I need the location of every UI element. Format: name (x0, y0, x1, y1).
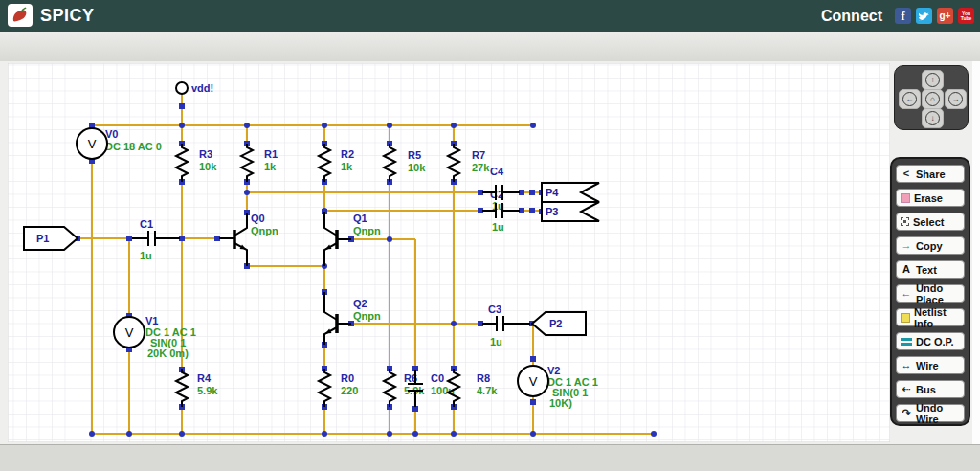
undo-place-icon (901, 288, 912, 299)
r5-value: 10k (408, 162, 426, 173)
c3-value: 1u (490, 336, 502, 348)
r1-value: 1k (264, 161, 277, 172)
tool-palette: Share Erase Select Copy Text Undo Place … (890, 157, 970, 426)
c2-value: 1u (492, 221, 504, 233)
youtube-icon[interactable] (958, 8, 974, 24)
bus-icon (901, 384, 912, 394)
v2-value-3: 10K) (549, 397, 572, 409)
header-bar: SPICY Connect (0, 0, 980, 32)
v0-symbol: V (88, 137, 97, 151)
v1-name: V1 (145, 315, 158, 326)
v2-symbol: V (529, 374, 538, 389)
arrow-down-icon (925, 111, 940, 125)
p4-label: P4 (546, 187, 559, 198)
wire-button[interactable]: Wire (896, 356, 965, 374)
scroll-strip[interactable] (972, 61, 980, 444)
pan-right-button[interactable] (945, 89, 967, 109)
r0-name: R0 (341, 372, 354, 384)
r5-name: R5 (408, 149, 421, 161)
pan-left-button[interactable] (899, 89, 921, 109)
facebook-icon[interactable] (895, 8, 911, 24)
c3-name: C3 (488, 303, 501, 315)
p1-label: P1 (36, 233, 49, 244)
p2-label: P2 (549, 318, 562, 329)
arrow-up-icon (925, 73, 940, 87)
v0-name: V0 (105, 128, 118, 140)
arrow-left-icon (902, 92, 917, 106)
netlist-note-icon (901, 313, 910, 323)
r2-value: 1k (341, 161, 353, 172)
c1-value: 1u (140, 250, 152, 261)
p3-label: P3 (546, 206, 558, 217)
spicy-app: SPICY Connect PARTS MODELS FILE SAVE OCL… (0, 0, 980, 471)
connect-label: Connect (821, 8, 882, 25)
text-icon (901, 264, 912, 275)
q1-model: Qnpn (353, 225, 381, 236)
r2-name: R2 (341, 148, 354, 160)
share-button[interactable]: Share (896, 165, 965, 183)
toolbar: PARTS MODELS FILE SAVE OCL IN OUT LOGOUT… (0, 32, 980, 62)
header-right: Connect (821, 0, 974, 32)
google-plus-icon[interactable] (937, 8, 953, 24)
q0-name: Q0 (251, 213, 265, 224)
wire-icon (901, 360, 912, 370)
r8-value: 4.7k (477, 385, 498, 396)
undo-wire-button[interactable]: Undo Wire (896, 404, 965, 422)
undo-place-button[interactable]: Undo Place (896, 284, 965, 303)
undo-wire-icon (901, 408, 912, 418)
v1-symbol: V (125, 325, 134, 340)
r3-value: 10k (199, 161, 217, 172)
c2-name: C2 (490, 189, 503, 200)
pan-home-button[interactable] (922, 89, 944, 109)
vdd-label: vdd! (191, 82, 213, 94)
r4-name: R4 (197, 372, 212, 384)
share-icon (901, 168, 912, 179)
r4-value: 5.9k (197, 385, 218, 396)
app-title: SPICY (40, 6, 95, 26)
text-button[interactable]: Text (896, 260, 965, 279)
q1-name: Q1 (353, 213, 368, 224)
eraser-icon (901, 193, 910, 203)
select-box-icon (901, 217, 909, 226)
c0-name: C0 (431, 372, 444, 384)
schematic-canvas[interactable]: vdd! V0 DC 18 AC 0 R3 10k R1 1k R2 1k R5… (8, 63, 890, 442)
select-button[interactable]: Select (896, 213, 965, 231)
v2-name: V2 (547, 365, 560, 376)
q2-name: Q2 (353, 298, 368, 309)
c1-name: C1 (140, 218, 153, 230)
pan-pad (894, 65, 969, 130)
bottom-bar: SCHEMATIC NETLIST Simulation & Plot REPO… (0, 444, 980, 471)
r1-name: R1 (264, 148, 278, 160)
r7-value: 27k (472, 162, 490, 173)
q0-model: Qnpn (251, 225, 278, 236)
dc-op-icon (901, 338, 912, 346)
twitter-icon[interactable] (916, 8, 932, 24)
app-logo (8, 4, 33, 27)
arrow-right-icon (948, 92, 963, 106)
copy-arrow-icon (901, 240, 912, 251)
r3-name: R3 (199, 148, 212, 160)
v0-value: DC 18 AC 0 (105, 141, 162, 152)
home-icon (925, 92, 940, 106)
r7-name: R7 (472, 149, 485, 161)
r8-name: R8 (477, 372, 490, 384)
netlist-info-button[interactable]: Netlist Info (896, 308, 965, 326)
vdd-node-icon (176, 82, 188, 94)
pan-down-button[interactable] (922, 108, 944, 128)
bus-button[interactable]: Bus (896, 380, 965, 398)
copy-button[interactable]: Copy (896, 236, 965, 255)
q2-model: Qnpn (353, 310, 381, 322)
chili-icon (11, 7, 30, 24)
c4-name: C4 (490, 166, 504, 177)
dc-op-button[interactable]: DC O.P. (896, 332, 965, 350)
r0-value: 220 (341, 385, 358, 396)
pan-up-button[interactable] (922, 70, 944, 90)
port-p1 (24, 227, 78, 250)
v1-value-3: 20K 0m) (147, 348, 189, 359)
erase-button[interactable]: Erase (896, 189, 965, 207)
canvas-area: vdd! V0 DC 18 AC 0 R3 10k R1 1k R2 1k R5… (0, 61, 980, 444)
